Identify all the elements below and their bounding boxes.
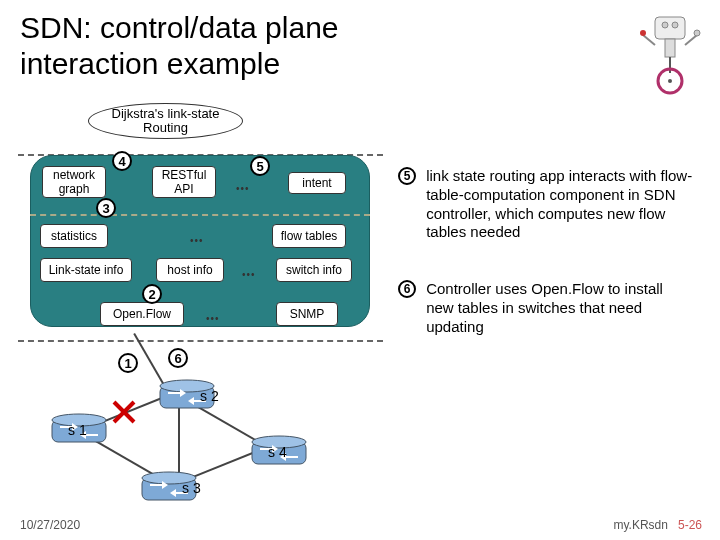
svg-point-7 bbox=[694, 30, 700, 36]
footer-right: my.KRsdn 5-26 bbox=[613, 518, 702, 532]
dashed-bottom-separator bbox=[18, 340, 383, 342]
dots-bot bbox=[206, 308, 222, 312]
robot-unicycle-icon bbox=[635, 5, 705, 95]
title-line2: interaction example bbox=[20, 47, 280, 80]
switch-s1-label: s 1 bbox=[68, 422, 87, 438]
box-intent: intent bbox=[288, 172, 346, 194]
svg-line-5 bbox=[685, 35, 697, 45]
box-link-state: Link-state info bbox=[40, 258, 132, 282]
switch-s3-label: s 3 bbox=[182, 480, 201, 496]
svg-line-4 bbox=[643, 35, 655, 45]
bullet-5-number: 5 bbox=[398, 167, 416, 185]
svg-point-6 bbox=[640, 30, 646, 36]
dots-mid1 bbox=[190, 230, 206, 234]
box-statistics: statistics bbox=[40, 224, 108, 248]
link-broken-icon bbox=[110, 398, 138, 426]
dots-mid2 bbox=[242, 264, 258, 268]
svg-point-1 bbox=[662, 22, 668, 28]
box-switch-info: switch info bbox=[276, 258, 352, 282]
svg-point-2 bbox=[672, 22, 678, 28]
title-line1: SDN: control/data plane bbox=[20, 11, 339, 44]
box-network-graph: network graph bbox=[42, 166, 106, 198]
svg-point-10 bbox=[668, 79, 672, 83]
dijkstra-label: Dijkstra's link-state Routing bbox=[89, 107, 242, 136]
switch-s2-label: s 2 bbox=[200, 388, 219, 404]
bullet-5: 5 link state routing app interacts with … bbox=[398, 167, 698, 242]
box-snmp: SNMP bbox=[276, 302, 338, 326]
bullet-6-text: Controller uses Open.Flow to install new… bbox=[426, 280, 694, 336]
step-5-circle: 5 bbox=[250, 156, 270, 176]
bullet-5-text: link state routing app interacts with fl… bbox=[426, 167, 694, 242]
dijkstra-app-oval: Dijkstra's link-state Routing bbox=[88, 103, 243, 139]
switch-s4-label: s 4 bbox=[268, 444, 287, 460]
box-openflow: Open.Flow bbox=[100, 302, 184, 326]
step-6-circle: 6 bbox=[168, 348, 188, 368]
bullet-6: 6 Controller uses Open.Flow to install n… bbox=[398, 280, 698, 336]
bullet-6-number: 6 bbox=[398, 280, 416, 298]
controller-midline bbox=[30, 214, 370, 216]
footer-page: 5-26 bbox=[678, 518, 702, 532]
step-2-circle: 2 bbox=[142, 284, 162, 304]
footer-source: my.KRsdn bbox=[613, 518, 667, 532]
slide-title: SDN: control/data plane interaction exam… bbox=[20, 10, 339, 82]
svg-rect-3 bbox=[665, 39, 675, 57]
box-host-info: host info bbox=[156, 258, 224, 282]
box-flow-tables: flow tables bbox=[272, 224, 346, 248]
svg-rect-0 bbox=[655, 17, 685, 39]
dots-top bbox=[236, 178, 252, 182]
box-restful-api: RESTful API bbox=[152, 166, 216, 198]
step-4-circle: 4 bbox=[112, 151, 132, 171]
footer-date: 10/27/2020 bbox=[20, 518, 80, 532]
step-1-circle: 1 bbox=[118, 353, 138, 373]
step-3-circle: 3 bbox=[96, 198, 116, 218]
